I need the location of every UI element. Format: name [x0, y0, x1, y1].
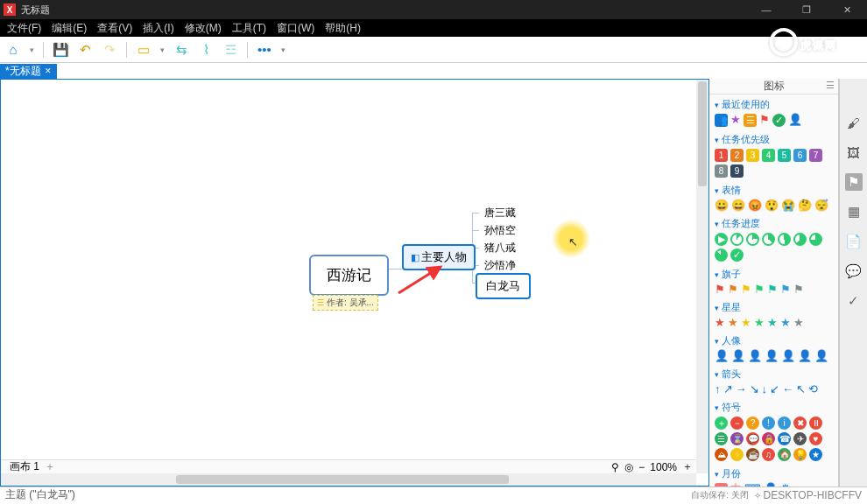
- menu-edit[interactable]: 编辑(E): [50, 21, 88, 36]
- arrow-icon[interactable]: ⟲: [808, 383, 818, 395]
- progress-icon[interactable]: [730, 233, 744, 246]
- priority-icon-8[interactable]: 8: [715, 164, 728, 178]
- sect-month[interactable]: 月份: [715, 467, 833, 480]
- symbol-icon[interactable]: ♥: [809, 432, 822, 445]
- priority-icon-6[interactable]: 6: [793, 149, 807, 162]
- zoom-out-icon[interactable]: −: [638, 461, 645, 473]
- progress-icon[interactable]: [793, 233, 807, 246]
- priority-icon-4[interactable]: 4: [762, 149, 775, 162]
- doc-tab-1[interactable]: *无标题 ✕: [0, 64, 57, 79]
- person-icon[interactable]: 👤: [781, 350, 795, 361]
- flag-icon[interactable]: ⚑: [715, 284, 725, 295]
- scrollbar-vertical[interactable]: [696, 80, 708, 473]
- ime-gear-icon[interactable]: ⚙: [780, 483, 791, 486]
- person-icon[interactable]: 👤: [715, 350, 729, 361]
- target-icon[interactable]: ◎: [624, 461, 633, 473]
- symbol-icon[interactable]: !: [762, 416, 775, 430]
- link-icon[interactable]: ⇆: [173, 42, 189, 58]
- star-icon[interactable]: ★: [793, 317, 804, 328]
- flag-icon[interactable]: ⚑: [780, 284, 791, 295]
- leaf-node[interactable]: 唐三藏: [479, 204, 521, 223]
- priority-icon-7[interactable]: 7: [809, 149, 822, 162]
- maximize-button[interactable]: ❐: [786, 0, 827, 19]
- zoom-in-icon[interactable]: ＋: [682, 459, 693, 474]
- symbol-icon[interactable]: ♫: [762, 448, 775, 461]
- arrow-icon[interactable]: ←: [782, 383, 793, 395]
- sect-flags[interactable]: 旗子: [715, 268, 833, 281]
- sect-recent[interactable]: 最近使用的: [715, 98, 833, 111]
- arrow-icon[interactable]: →: [736, 383, 747, 395]
- author-note[interactable]: 作者: 吴承...: [313, 295, 378, 311]
- sect-stars[interactable]: 星星: [715, 301, 833, 314]
- priority-icon-3[interactable]: 3: [746, 149, 759, 162]
- menu-modify[interactable]: 修改(M): [183, 21, 223, 36]
- progress-icon[interactable]: [809, 233, 822, 246]
- symbol-icon[interactable]: i: [778, 416, 791, 430]
- arrow-icon[interactable]: ↑: [715, 383, 721, 395]
- priority-icon-1[interactable]: 1: [715, 149, 728, 162]
- star-icon[interactable]: ★: [767, 317, 778, 328]
- strip-check-icon[interactable]: ✓: [845, 292, 863, 310]
- person-icon[interactable]: 👤: [814, 350, 828, 361]
- strip-brush-icon[interactable]: 🖌: [845, 114, 863, 131]
- priority-icon-5[interactable]: 5: [778, 149, 791, 162]
- arrow-icon[interactable]: ↓: [762, 383, 768, 395]
- arrow-icon[interactable]: ↙: [770, 383, 779, 395]
- symbol-icon[interactable]: －: [730, 416, 744, 430]
- root-node[interactable]: 西游记: [309, 255, 389, 296]
- marker-icon[interactable]: ☰: [744, 114, 757, 127]
- zoom-level[interactable]: 100%: [650, 461, 677, 473]
- strip-note-icon[interactable]: 📄: [845, 233, 863, 250]
- person-icon[interactable]: 👤: [731, 350, 745, 361]
- arrow-icon[interactable]: ↖: [796, 383, 806, 395]
- progress-icon[interactable]: [762, 233, 775, 246]
- add-sheet-icon[interactable]: ＋: [45, 459, 55, 474]
- strip-comment-icon[interactable]: 💬: [845, 262, 863, 280]
- symbol-icon[interactable]: ☎: [778, 432, 791, 445]
- sect-progress[interactable]: 任务进度: [715, 217, 833, 230]
- list-icon[interactable]: ☲: [222, 42, 238, 58]
- undo-icon[interactable]: ↶: [77, 42, 93, 58]
- marker-icon[interactable]: 👤: [788, 114, 802, 127]
- ime-person-icon[interactable]: 👤: [764, 483, 778, 486]
- sect-symbols[interactable]: 符号: [715, 401, 833, 414]
- flag-icon[interactable]: ⚑: [741, 284, 751, 295]
- star-icon[interactable]: ★: [780, 317, 791, 328]
- leaf-node[interactable]: 猪八戒: [479, 239, 521, 258]
- emoji-icon[interactable]: 😀: [715, 200, 729, 211]
- close-tab-icon[interactable]: ✕: [45, 64, 52, 79]
- symbol-icon[interactable]: ?: [746, 416, 759, 430]
- filter-icon[interactable]: ⚲: [611, 461, 619, 473]
- emoji-icon[interactable]: 😄: [731, 200, 745, 211]
- progress-icon[interactable]: [778, 233, 791, 246]
- leaf-node[interactable]: 孙悟空: [479, 221, 521, 241]
- more-icon[interactable]: •••: [257, 42, 272, 58]
- sect-emotion[interactable]: 表情: [715, 184, 833, 197]
- priority-icon-2[interactable]: 2: [730, 149, 744, 162]
- star-icon[interactable]: ★: [715, 317, 725, 328]
- symbol-icon[interactable]: ⚡: [730, 448, 744, 461]
- flag-icon[interactable]: ⚑: [767, 284, 778, 295]
- progress-icon[interactable]: [715, 248, 728, 262]
- home-icon[interactable]: ⌂: [5, 42, 21, 58]
- bracket-icon[interactable]: ⌇: [198, 42, 214, 58]
- flag-icon[interactable]: ⚑: [728, 284, 738, 295]
- sect-people[interactable]: 人像: [715, 334, 833, 347]
- folder-icon[interactable]: ▭: [136, 42, 152, 58]
- progress-icon[interactable]: [746, 233, 759, 246]
- menu-tools[interactable]: 工具(T): [230, 21, 268, 36]
- close-button[interactable]: ✕: [827, 0, 867, 19]
- save-icon[interactable]: 💾: [53, 42, 68, 58]
- priority-icon-9[interactable]: 9: [730, 164, 744, 178]
- marker-icon[interactable]: ✓: [772, 114, 786, 127]
- symbol-icon[interactable]: 💡: [793, 448, 807, 461]
- ime-kbd-icon[interactable]: ⌨: [744, 483, 761, 486]
- menu-window[interactable]: 窗口(W): [275, 21, 316, 36]
- menu-insert[interactable]: 插入(I): [141, 21, 175, 36]
- symbol-icon[interactable]: 🏠: [778, 448, 791, 461]
- strip-image-icon[interactable]: 🖼: [845, 144, 863, 161]
- symbol-icon[interactable]: ★: [809, 448, 822, 461]
- menu-file[interactable]: 文件(F): [5, 21, 43, 36]
- emoji-icon[interactable]: 😡: [748, 200, 762, 211]
- arrow-icon[interactable]: ↗: [723, 383, 733, 395]
